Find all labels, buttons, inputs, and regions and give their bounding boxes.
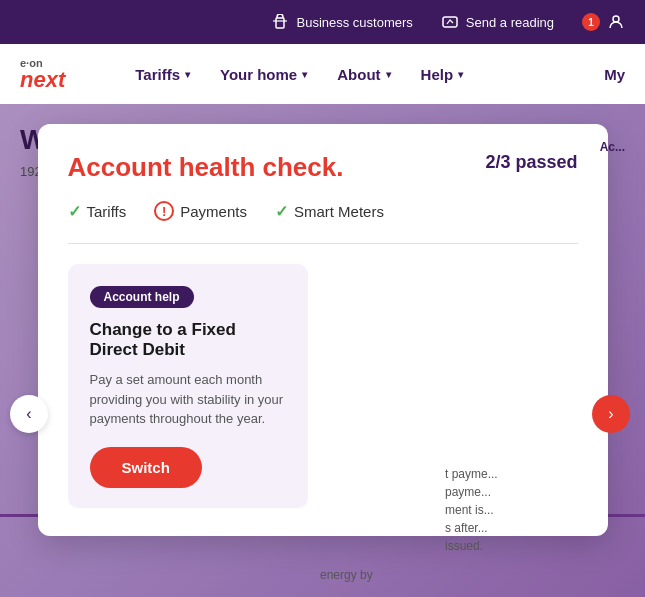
about-chevron-icon: ▾ xyxy=(386,69,391,80)
prev-button[interactable]: ‹ xyxy=(10,395,48,433)
card-title: Change to a Fixed Direct Debit xyxy=(90,320,286,360)
notification-count: 1 xyxy=(582,13,600,31)
nav-my[interactable]: My xyxy=(604,66,625,83)
switch-button[interactable]: Switch xyxy=(90,447,202,488)
tariffs-pass-icon: ✓ xyxy=(68,202,81,221)
check-payments: ! Payments xyxy=(154,201,247,221)
nav-help[interactable]: Help ▾ xyxy=(421,66,464,83)
your-home-label: Your home xyxy=(220,66,297,83)
nav-tariffs[interactable]: Tariffs ▾ xyxy=(135,66,190,83)
logo-next-text: next xyxy=(20,69,65,91)
svg-point-3 xyxy=(613,16,619,22)
payment-info-text: t payme...payme...ment is...s after...is… xyxy=(445,465,625,555)
notification-button[interactable]: 1 xyxy=(582,13,625,31)
tariffs-chevron-icon: ▾ xyxy=(185,69,190,80)
svg-rect-2 xyxy=(443,17,457,27)
account-icon xyxy=(607,13,625,31)
modal-score: 2/3 passed xyxy=(485,152,577,173)
modal-title: Account health check. xyxy=(68,152,344,183)
nav-bar: e·on next Tariffs ▾ Your home ▾ About ▾ … xyxy=(0,44,645,104)
card-text: Pay a set amount each month providing yo… xyxy=(90,370,286,429)
help-label: Help xyxy=(421,66,454,83)
account-help-card: Account help Change to a Fixed Direct De… xyxy=(68,264,308,508)
modal-checks-row: ✓ Tariffs ! Payments ✓ Smart Meters xyxy=(68,201,578,221)
bg-right-badge: Ac... xyxy=(600,140,625,154)
business-customers-link[interactable]: Business customers xyxy=(271,13,412,31)
check-tariffs-label: Tariffs xyxy=(87,203,127,220)
briefcase-icon xyxy=(271,13,289,31)
help-chevron-icon: ▾ xyxy=(458,69,463,80)
your-home-chevron-icon: ▾ xyxy=(302,69,307,80)
card-badge: Account help xyxy=(90,286,194,308)
next-button[interactable]: › xyxy=(592,395,630,433)
modal-divider xyxy=(68,243,578,244)
payments-warn-icon: ! xyxy=(154,201,174,221)
svg-rect-0 xyxy=(276,18,284,28)
nav-about[interactable]: About ▾ xyxy=(337,66,390,83)
check-tariffs: ✓ Tariffs xyxy=(68,202,127,221)
smart-meters-pass-icon: ✓ xyxy=(275,202,288,221)
tariffs-label: Tariffs xyxy=(135,66,180,83)
modal-header: Account health check. 2/3 passed xyxy=(68,152,578,183)
meter-icon xyxy=(441,13,459,31)
my-label: My xyxy=(604,66,625,83)
about-label: About xyxy=(337,66,380,83)
send-reading-link[interactable]: Send a reading xyxy=(441,13,554,31)
check-smart-meters-label: Smart Meters xyxy=(294,203,384,220)
send-reading-label: Send a reading xyxy=(466,15,554,30)
check-payments-label: Payments xyxy=(180,203,247,220)
logo[interactable]: e·on next xyxy=(20,58,65,91)
business-customers-label: Business customers xyxy=(296,15,412,30)
energy-text: energy by xyxy=(320,568,373,582)
check-smart-meters: ✓ Smart Meters xyxy=(275,202,384,221)
top-bar: Business customers Send a reading 1 xyxy=(0,0,645,44)
nav-your-home[interactable]: Your home ▾ xyxy=(220,66,307,83)
